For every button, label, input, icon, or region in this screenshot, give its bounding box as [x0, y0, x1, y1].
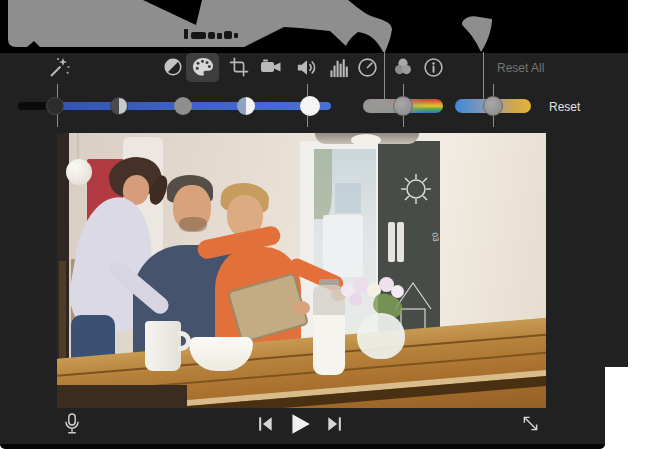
- callout-balloons: [0, 0, 628, 53]
- microphone-icon: [61, 412, 83, 436]
- white-balance-button[interactable]: [388, 52, 418, 82]
- shadows-handle[interactable]: [46, 97, 64, 115]
- photo-pendant-lamp: [66, 159, 92, 185]
- color-balance-icon: [162, 56, 184, 78]
- midtones-handle[interactable]: [174, 97, 192, 115]
- flower: [349, 293, 362, 306]
- chalk-sun-drawing: [401, 174, 431, 204]
- photo-window-house: [323, 215, 363, 277]
- flower-vase: [357, 313, 405, 359]
- enhance-magic-wand-icon: [47, 55, 71, 79]
- video-camera-stabilization-icon: [259, 55, 283, 79]
- reset-all-button[interactable]: Reset All: [497, 61, 544, 75]
- leader-line-temperature: [483, 52, 484, 102]
- speed-gauge-icon: [356, 56, 379, 79]
- milk-bottle-milk: [313, 315, 345, 375]
- photo-light-switch-2: [397, 222, 404, 262]
- color-slider-fill: [55, 102, 331, 110]
- stabilization-button[interactable]: [256, 52, 286, 82]
- photo-window-tree: [314, 149, 332, 219]
- voiceover-record-button[interactable]: [61, 412, 83, 440]
- fullscreen-button[interactable]: [520, 413, 541, 438]
- photo-light-switch-1: [388, 222, 395, 262]
- volume-speaker-icon: [295, 56, 318, 79]
- crop-icon: [228, 56, 250, 78]
- white-balance-drops-icon: [391, 55, 415, 79]
- top-band: [0, 0, 628, 53]
- quarter-light-handle[interactable]: [237, 97, 255, 115]
- temperature-handle[interactable]: [483, 96, 503, 116]
- photo-window-sky: [335, 183, 361, 213]
- skip-back-button[interactable]: [255, 414, 275, 438]
- skip-forward-icon: [325, 414, 345, 434]
- saturation-handle[interactable]: [393, 96, 413, 116]
- info-icon: [422, 56, 445, 79]
- color-board-button[interactable]: [188, 52, 218, 82]
- skip-forward-button[interactable]: [325, 414, 345, 438]
- skip-back-icon: [255, 414, 275, 434]
- play-icon: [287, 410, 313, 438]
- enhance-button[interactable]: [44, 52, 74, 82]
- chalk-scribble: 03: [430, 232, 441, 243]
- white-mug: [145, 321, 181, 371]
- play-button[interactable]: [287, 410, 313, 442]
- audio-equalizer-bars-icon: [328, 56, 351, 79]
- quarter-dark-handle[interactable]: [110, 97, 128, 115]
- man-beard: [179, 217, 207, 232]
- callout-balloon-cropped: [8, 0, 392, 52]
- leader-line-saturation: [384, 52, 385, 102]
- photo-lamp-bulb: [351, 134, 381, 146]
- highlights-handle[interactable]: [300, 96, 320, 116]
- photo-lamp-cord: [77, 133, 79, 161]
- imovie-color-correction-figure: Reset All Reset: [0, 0, 660, 449]
- speed-button[interactable]: [352, 52, 382, 82]
- panel-bottom-edge: [0, 444, 605, 449]
- reset-button[interactable]: Reset: [549, 100, 580, 114]
- volume-button[interactable]: [291, 52, 321, 82]
- audio-levels-button[interactable]: [324, 52, 354, 82]
- viewer-photo: 03: [57, 133, 546, 408]
- photo-floor-shadow: [57, 385, 187, 408]
- fullscreen-expand-icon: [520, 413, 541, 434]
- info-button[interactable]: [418, 52, 448, 82]
- crop-button[interactable]: [224, 52, 254, 82]
- color-board-palette-icon: [191, 55, 215, 79]
- man-hand: [293, 301, 310, 315]
- color-balance-button[interactable]: [158, 52, 188, 82]
- callout-arrow-2: [462, 16, 492, 52]
